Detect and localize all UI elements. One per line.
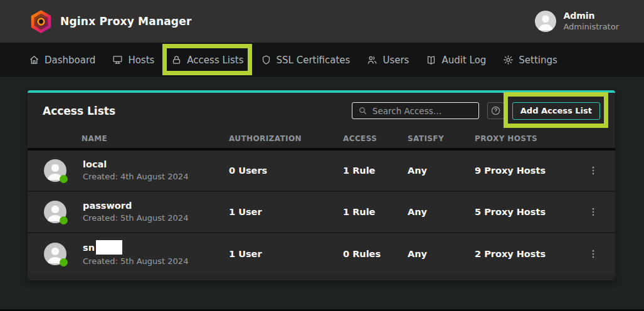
access-value: 1 Rule [343, 166, 408, 176]
proxy-hosts-value: 5 Proxy Hosts [475, 207, 575, 217]
person-icon [535, 11, 556, 32]
nav-item-ssl-certificates[interactable]: SSL Certificates [261, 55, 351, 66]
lock-icon [171, 55, 182, 65]
monitor-icon [112, 55, 123, 65]
authorization-value: 0 Users [229, 166, 343, 176]
name-cell: password Created: 5th August 2024 [43, 200, 229, 223]
circle-question-icon [490, 105, 501, 116]
user-name: Admin [563, 11, 619, 22]
kebab-menu-icon [588, 165, 599, 176]
row-avatar [43, 159, 66, 182]
access-lists-panel: Access Lists Add Access List NAME AUTHOR… [28, 90, 615, 280]
access-value: 1 Rule [343, 207, 408, 217]
nav-label: SSL Certificates [277, 55, 351, 66]
created-date: Created: 5th August 2024 [83, 256, 188, 267]
created-date: Created: 5th August 2024 [83, 213, 188, 224]
access-list-name: local [83, 159, 188, 171]
column-header-access: ACCESS [343, 134, 408, 143]
top-header-bar: Nginx Proxy Manager Admin Administrator [0, 0, 644, 43]
column-header-authorization: AUTHORIZATION [229, 134, 343, 143]
column-header-proxy-hosts: PROXY HOSTS [475, 134, 575, 143]
row-menu-button[interactable] [586, 247, 600, 261]
nav-item-dashboard[interactable]: Dashboard [29, 55, 95, 66]
nav-label: Access Lists [187, 55, 243, 66]
panel-toolbar: Add Access List [352, 102, 600, 120]
nav-label: Hosts [128, 55, 154, 66]
proxy-hosts-value: 9 Proxy Hosts [475, 166, 575, 176]
help-button[interactable] [487, 102, 504, 119]
nav-item-users[interactable]: Users [367, 55, 409, 66]
user-menu[interactable]: Admin Administrator [535, 11, 619, 32]
satisfy-value: Any [408, 249, 475, 259]
table-row[interactable]: password Created: 5th August 2024 1 User… [28, 192, 615, 233]
status-dot [60, 175, 68, 183]
search-icon [358, 106, 367, 115]
status-dot [60, 216, 68, 224]
user-info: Admin Administrator [563, 11, 619, 32]
search-input[interactable] [372, 106, 473, 116]
name-cell: local Created: 4th August 2024 [43, 159, 229, 182]
app-brand: Nginx Proxy Manager [30, 9, 192, 34]
row-menu-button[interactable] [586, 164, 600, 177]
kebab-menu-icon [588, 206, 599, 218]
name-cell: sn Created: 5th August 2024 [43, 241, 229, 267]
home-icon [29, 55, 40, 65]
authorization-value: 1 User [229, 249, 343, 259]
add-access-list-button[interactable]: Add Access List [512, 102, 600, 120]
nav-label: Users [383, 55, 409, 66]
column-header-satisfy: SATISFY [408, 134, 475, 143]
row-avatar [43, 201, 66, 223]
table-row[interactable]: local Created: 4th August 2024 0 Users 1… [28, 150, 615, 192]
nginx-proxy-manager-logo-icon [30, 9, 52, 34]
table-header: NAME AUTHORIZATION ACCESS SATISFY PROXY … [28, 129, 615, 150]
authorization-value: 1 User [229, 207, 343, 217]
access-list-name: password [83, 200, 188, 213]
nav-item-audit-log[interactable]: Audit Log [426, 55, 486, 66]
shield-icon [261, 55, 272, 65]
nav-label: Dashboard [45, 55, 95, 66]
satisfy-value: Any [408, 207, 475, 217]
created-date: Created: 4th August 2024 [83, 171, 188, 182]
status-dot [60, 258, 68, 266]
proxy-hosts-value: 2 Proxy Hosts [475, 249, 575, 259]
nav-label: Audit Log [441, 55, 486, 66]
panel-header: Access Lists Add Access List [28, 93, 615, 129]
book-icon [426, 55, 436, 65]
gear-icon [503, 55, 514, 65]
row-menu-button[interactable] [586, 205, 600, 219]
user-role: Administrator [563, 22, 619, 32]
user-avatar [535, 11, 556, 32]
main-nav: Dashboard Hosts Access Lists SSL Certifi… [0, 43, 644, 78]
column-header-name: NAME [43, 134, 229, 143]
search-box [352, 102, 479, 119]
redaction-box [96, 240, 122, 255]
users-icon [367, 55, 377, 65]
panel-title: Access Lists [43, 105, 115, 117]
table-row[interactable]: sn Created: 5th August 2024 1 User 0 Rul… [28, 233, 615, 275]
access-value: 0 Rules [343, 249, 408, 259]
nav-item-settings[interactable]: Settings [503, 55, 557, 66]
nav-item-access-lists[interactable]: Access Lists [171, 55, 243, 66]
kebab-menu-icon [588, 248, 599, 260]
row-avatar [43, 243, 66, 265]
nav-label: Settings [519, 55, 557, 66]
access-list-name: sn [83, 242, 95, 255]
nav-item-hosts[interactable]: Hosts [112, 55, 154, 66]
satisfy-value: Any [408, 166, 475, 176]
app-title: Nginx Proxy Manager [60, 15, 192, 28]
